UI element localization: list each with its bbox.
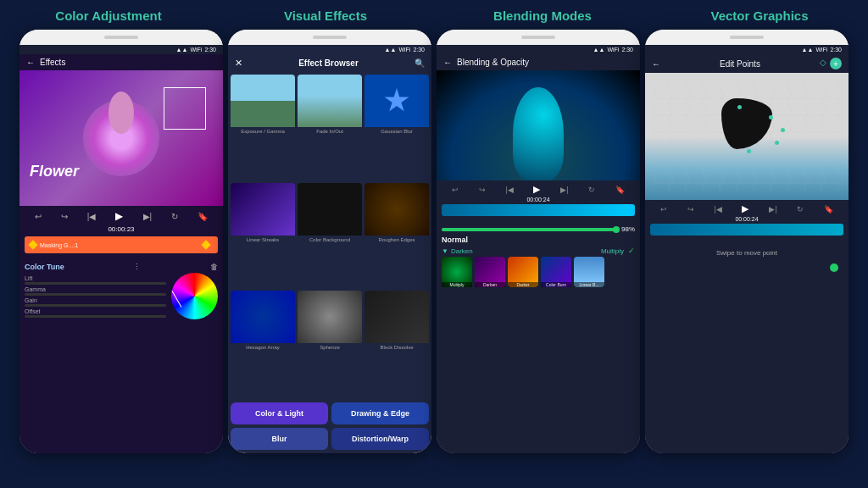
blend-mode-value[interactable]: Normal xyxy=(442,236,635,244)
category-color-light[interactable]: Color & Light xyxy=(231,402,328,424)
effect-streaks[interactable]: Linear Streaks xyxy=(231,183,295,244)
prev-4[interactable]: |◀ xyxy=(714,205,721,214)
effect-sphere[interactable]: Spherize xyxy=(298,291,362,352)
bookmark-3[interactable]: 🔖 xyxy=(615,186,625,194)
prev-3[interactable]: |◀ xyxy=(505,186,513,194)
panel-title-1: Color Tune xyxy=(25,263,64,271)
vector-point-3[interactable] xyxy=(781,128,785,132)
slider-gain-track[interactable] xyxy=(25,304,166,307)
next-3[interactable]: ▶| xyxy=(560,186,568,194)
playback-controls-3: ↩ ↪ |◀ ▶ ▶| ↻ 🔖 xyxy=(442,182,635,197)
slider-gamma-track[interactable] xyxy=(25,293,166,296)
back-button-4[interactable]: ← xyxy=(652,59,660,69)
signal-3: ▲▲ xyxy=(593,47,605,53)
effects-title-1: Effects xyxy=(40,58,65,67)
blend-thumb-darken[interactable]: Darken xyxy=(475,257,505,287)
effect-exposure[interactable]: Exposure / Gamma xyxy=(231,75,295,136)
play-3[interactable]: ▶ xyxy=(533,184,540,195)
vector-point-5[interactable] xyxy=(747,149,751,153)
blend-timeline-track[interactable] xyxy=(442,204,635,216)
blend-panel: 98% Normal ▼ Darken Multiply ✓ Multiply … xyxy=(437,219,640,453)
slider-lift-label: Lift xyxy=(25,275,166,281)
effect-dissolve-img xyxy=(364,291,429,343)
blend-thumb-colorburn[interactable]: Color Burn xyxy=(541,257,571,287)
time-4: 2:30 xyxy=(830,47,842,53)
speaker-3 xyxy=(521,36,555,39)
slider-lift-track[interactable] xyxy=(25,282,166,285)
category-distortion[interactable]: Distortion/Warp xyxy=(331,428,429,450)
speaker-4 xyxy=(730,36,764,39)
phone1-topbar: ← Effects xyxy=(19,54,223,70)
darken-section: ▼ Darken Multiply ✓ xyxy=(442,247,635,255)
effect-fadein-label: Fade In/Out xyxy=(298,127,362,136)
back-button-1[interactable]: ← xyxy=(26,58,35,67)
speaker-2 xyxy=(313,36,347,39)
blend-figure xyxy=(513,87,564,180)
keyframe-2 xyxy=(201,240,210,249)
track-label-1: Masking G...:1 xyxy=(40,242,203,248)
status-bar-1: ▲▲ WiFi 2:30 xyxy=(19,45,223,54)
blend-thumb-darker[interactable]: Darker xyxy=(508,257,538,287)
category-blur[interactable]: Blur xyxy=(231,428,328,450)
slider-gain: Gain xyxy=(25,297,166,307)
vector-canvas xyxy=(645,73,849,200)
slider-gamma-label: Gamma xyxy=(25,286,166,292)
status-bar-2: ▲▲ WiFi 2:30 xyxy=(228,45,431,54)
time-3: 2:30 xyxy=(621,47,633,53)
blend-thumb-linear[interactable]: Linear B... xyxy=(574,257,604,287)
effect-hex-img xyxy=(231,291,295,343)
opacity-handle[interactable] xyxy=(613,226,620,233)
slider-gain-label: Gain xyxy=(25,297,166,303)
slider-lift: Lift xyxy=(25,275,166,285)
effect-hex-arr[interactable]: Hexagon Array xyxy=(231,291,295,352)
back-button-3[interactable]: ← xyxy=(443,58,452,67)
multiply-check: ✓ xyxy=(628,247,635,255)
bookmark-4[interactable]: 🔖 xyxy=(824,205,833,214)
vector-point-1[interactable] xyxy=(737,105,742,109)
loop-4[interactable]: ↻ xyxy=(797,205,804,214)
timeline-track-1[interactable]: Masking G...:1 xyxy=(25,236,218,253)
phone-color-adjustment: ▲▲ WiFi 2:30 ← Effects Flower ↩ ↪ |◀ xyxy=(19,30,223,453)
diamond-icon-4[interactable]: ◇ xyxy=(820,58,826,69)
vector-dot-handle[interactable] xyxy=(830,263,838,272)
effect-gaussian[interactable]: Gaussian Blur xyxy=(364,75,429,136)
close-button-2[interactable]: ✕ xyxy=(235,58,242,69)
effect-dissolve[interactable]: Block Dissolve xyxy=(364,291,429,352)
redo-4[interactable]: ↪ xyxy=(687,205,694,214)
opacity-fill xyxy=(442,228,615,231)
vector-point-4[interactable] xyxy=(775,141,779,145)
blend-thumb-multiply[interactable]: Multiply xyxy=(442,257,472,287)
undo-4[interactable]: ↩ xyxy=(660,205,667,214)
effect-fadein[interactable]: Fade In/Out xyxy=(298,75,362,136)
undo-3[interactable]: ↩ xyxy=(452,186,459,194)
screen-2: ▲▲ WiFi 2:30 ✕ Effect Browser 🔍 Exposure… xyxy=(228,45,431,453)
add-icon-4[interactable]: + xyxy=(830,58,842,69)
timecode-3: 00:00:24 xyxy=(442,197,635,202)
loop-3[interactable]: ↻ xyxy=(588,186,595,194)
bookmark-button-1[interactable]: 🔖 xyxy=(198,212,208,221)
timeline-3: ↩ ↪ |◀ ▶ ▶| ↻ 🔖 00:00:24 xyxy=(437,180,640,219)
loop-button-1[interactable]: ↻ xyxy=(171,212,178,221)
time-1: 2:30 xyxy=(204,47,216,53)
effect-color-bg[interactable]: Color Background xyxy=(298,183,362,244)
panel-delete-1[interactable]: 🗑 xyxy=(210,263,218,271)
star-shape xyxy=(384,88,409,114)
next-button-1[interactable]: ▶| xyxy=(143,212,153,221)
opacity-row: 98% xyxy=(442,225,635,233)
shape-track[interactable] xyxy=(650,224,843,236)
opacity-bar[interactable] xyxy=(442,228,618,231)
redo-3[interactable]: ↪ xyxy=(479,186,486,194)
play-button-1[interactable]: ▶ xyxy=(115,210,123,222)
next-4[interactable]: ▶| xyxy=(769,205,776,214)
slider-offset-track[interactable] xyxy=(25,315,166,318)
play-4[interactable]: ▶ xyxy=(742,203,748,214)
redo-button-1[interactable]: ↪ xyxy=(61,212,68,221)
panel-menu-1[interactable]: ⋮ xyxy=(133,263,141,271)
category-drawing-edge[interactable]: Drawing & Edge xyxy=(331,402,429,424)
effect-rough[interactable]: Roughen Edges xyxy=(364,183,429,244)
undo-button-1[interactable]: ↩ xyxy=(35,212,42,221)
effect-gaussian-label: Gaussian Blur xyxy=(364,127,429,136)
prev-button-1[interactable]: |◀ xyxy=(87,212,97,221)
search-button-2[interactable]: 🔍 xyxy=(415,58,425,68)
color-wheel[interactable] xyxy=(171,273,218,319)
